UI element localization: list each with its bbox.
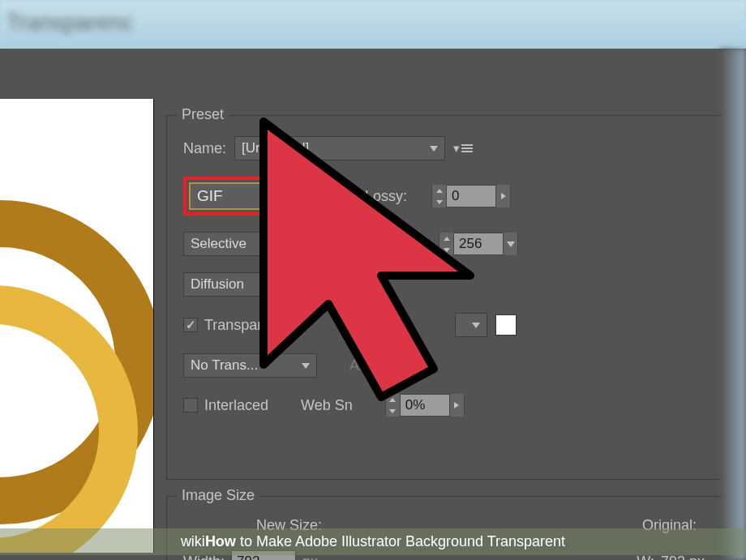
window-title-blurred: Transparenc	[6, 10, 133, 36]
dither-dropdown[interactable]: Diffusion	[183, 272, 317, 297]
matte-swatch[interactable]	[495, 314, 517, 336]
watermark-rest: to Make Adobe Illustrator Background Tra…	[236, 533, 565, 549]
dither-value: Diffusion	[191, 276, 244, 293]
colors-input[interactable]	[454, 233, 503, 254]
image-size-legend: Image Size	[177, 487, 259, 504]
reduction-row: Selective	[183, 232, 721, 256]
interlaced-label: Interlaced	[204, 397, 268, 414]
arrow-down-icon	[389, 409, 396, 413]
preset-group: Preset Name: [Unnamed] ▾ GIF	[166, 115, 738, 480]
transparency-checkbox[interactable]: ✓	[183, 318, 198, 332]
name-dropdown[interactable]: [Unnamed]	[234, 136, 445, 160]
settings-content: Preset Name: [Unnamed] ▾ GIF	[158, 99, 746, 560]
interlaced-row: Interlaced Web Sn	[183, 394, 721, 417]
colors-flyout[interactable]	[503, 233, 517, 255]
websnap-flyout[interactable]	[449, 394, 464, 417]
watermark-bold: How	[205, 533, 236, 549]
reduction-value: Selective	[191, 236, 247, 252]
lossy-spinner[interactable]	[431, 185, 511, 207]
reduction-dropdown[interactable]: Selective	[183, 232, 317, 256]
arrow-down-icon	[436, 200, 443, 204]
colors-spinner[interactable]	[439, 233, 518, 255]
chevron-down-icon	[302, 282, 310, 288]
arrow-right-icon	[501, 193, 506, 199]
trans-dither-row: No Trans... Am	[183, 353, 721, 378]
arrow-down-icon	[444, 248, 450, 252]
preview-pane	[0, 99, 154, 553]
chevron-down-icon	[302, 242, 310, 247]
amount-label-fragment: Am	[349, 357, 371, 374]
lossy-input[interactable]	[447, 186, 495, 207]
arrow-right-icon	[454, 402, 459, 408]
lossy-label: Lossy:	[365, 188, 407, 205]
colors-stepper[interactable]	[439, 233, 454, 255]
lossy-stepper[interactable]	[432, 185, 447, 207]
websnap-spinner[interactable]	[385, 394, 465, 417]
name-value: [Unnamed]	[242, 140, 309, 156]
chevron-down-icon	[472, 323, 480, 328]
preset-options-icon[interactable]: ▾	[453, 141, 473, 156]
chevron-down-icon	[302, 363, 310, 369]
preset-legend: Preset	[177, 106, 229, 123]
lossy-flyout[interactable]	[495, 185, 510, 207]
format-value: GIF	[197, 187, 223, 205]
chevron-down-icon	[319, 194, 327, 199]
format-row: GIF Lossy:	[183, 177, 721, 216]
name-label: Name:	[183, 140, 226, 157]
websnap-label: Web Sn	[301, 397, 353, 414]
chevron-down-icon	[507, 242, 515, 247]
transparency-label: Transparency	[204, 317, 293, 334]
name-row: Name: [Unnamed] ▾	[183, 136, 721, 160]
interlaced-checkbox[interactable]	[183, 398, 198, 413]
watermark-prefix: wiki	[181, 533, 205, 549]
arrow-up-icon	[389, 398, 396, 402]
window-edge-blur	[720, 49, 746, 560]
watermark: wikiHow to Make Adobe Illustrator Backgr…	[0, 528, 746, 555]
websnap-stepper[interactable]	[386, 394, 401, 417]
format-dropdown[interactable]: GIF	[189, 182, 335, 210]
arrow-up-icon	[444, 237, 450, 241]
websnap-input[interactable]	[401, 395, 449, 416]
check-icon: ✓	[186, 318, 196, 332]
matte-dropdown[interactable]	[455, 313, 487, 337]
dither-row: Diffusion	[183, 272, 721, 297]
arrow-up-icon	[436, 189, 443, 193]
dialog-panel: Preset Name: [Unnamed] ▾ GIF	[0, 49, 746, 560]
trans-dither-dropdown[interactable]: No Trans...	[183, 353, 317, 378]
chevron-down-icon	[430, 146, 438, 152]
transparency-row: ✓ Transparency	[183, 313, 721, 337]
trans-dither-value: No Trans...	[191, 357, 258, 374]
format-highlight: GIF	[183, 177, 341, 216]
